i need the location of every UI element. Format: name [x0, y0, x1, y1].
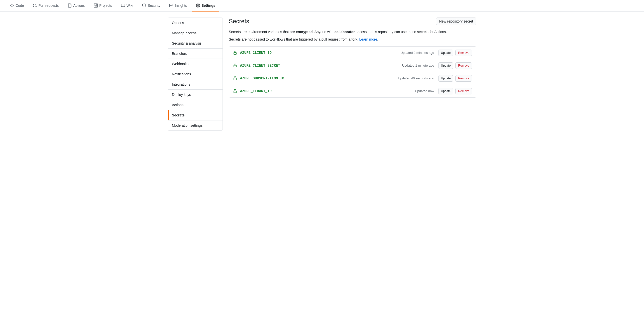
description-line2: Secrets are not passed to workflows that…: [229, 37, 476, 42]
secret-row: AZURE_CLIENT_ID Updated 2 minutes ago Up…: [229, 47, 476, 59]
update-button[interactable]: Update: [438, 75, 454, 82]
sidebar: Options Manage access Security & analysi…: [168, 18, 223, 131]
layout: Options Manage access Security & analysi…: [162, 12, 482, 137]
secret-updated: Updated 2 minutes ago: [400, 51, 434, 55]
nav-item-code[interactable]: Code: [6, 0, 28, 12]
nav-label-actions: Actions: [73, 4, 85, 8]
nav-item-projects[interactable]: Projects: [90, 0, 116, 12]
secret-name: AZURE_TENANT_ID: [240, 89, 415, 93]
nav-item-security[interactable]: Security: [138, 0, 164, 12]
sidebar-item-actions[interactable]: Actions: [168, 100, 223, 110]
secret-updated: Updated now: [415, 89, 434, 93]
sidebar-item-integrations[interactable]: Integrations: [168, 79, 223, 90]
secret-row: AZURE_TENANT_ID Updated now Update Remov…: [229, 85, 476, 97]
update-button[interactable]: Update: [438, 62, 454, 69]
secret-updated: Updated 40 seconds ago: [398, 76, 434, 80]
nav-label-projects: Projects: [99, 4, 112, 8]
remove-button[interactable]: Remove: [455, 50, 472, 56]
nav-label-wiki: Wiki: [127, 4, 133, 8]
nav-item-settings[interactable]: Settings: [192, 0, 219, 12]
secret-updated: Updated 1 minute ago: [402, 64, 434, 67]
lock-icon: [233, 89, 237, 93]
lock-icon: [233, 76, 237, 80]
top-nav: Code Pull requests Actions Projects: [0, 0, 644, 12]
secret-name: AZURE_SUBSCRIPTION_ID: [240, 76, 398, 80]
nav-item-pull-requests[interactable]: Pull requests: [29, 0, 63, 12]
code-icon: [10, 4, 14, 8]
sidebar-item-branches[interactable]: Branches: [168, 49, 223, 59]
nav-item-insights[interactable]: Insights: [165, 0, 191, 12]
remove-button[interactable]: Remove: [455, 62, 472, 69]
sidebar-item-manage-access[interactable]: Manage access: [168, 28, 223, 38]
security-icon: [142, 4, 146, 8]
wiki-icon: [121, 4, 125, 8]
nav-item-actions[interactable]: Actions: [64, 0, 89, 12]
sidebar-item-security-analysis[interactable]: Security & analysis: [168, 38, 223, 49]
update-button[interactable]: Update: [438, 88, 454, 94]
new-repository-secret-button[interactable]: New repository secret: [436, 18, 476, 25]
secret-row: AZURE_CLIENT_SECRET Updated 1 minute ago…: [229, 59, 476, 72]
main-content: Secrets New repository secret Secrets ar…: [229, 18, 476, 131]
remove-button[interactable]: Remove: [455, 75, 472, 82]
pr-icon: [33, 4, 37, 8]
secrets-list: AZURE_CLIENT_ID Updated 2 minutes ago Up…: [229, 46, 476, 98]
secret-row: AZURE_SUBSCRIPTION_ID Updated 40 seconds…: [229, 72, 476, 85]
secret-actions: Update Remove: [438, 88, 472, 94]
lock-icon: [233, 51, 237, 55]
sidebar-item-deploy-keys[interactable]: Deploy keys: [168, 90, 223, 100]
sidebar-item-secrets[interactable]: Secrets: [168, 110, 223, 120]
insights-icon: [169, 4, 173, 8]
projects-icon: [94, 4, 98, 8]
secret-name: AZURE_CLIENT_SECRET: [240, 64, 402, 68]
nav-label-insights: Insights: [175, 4, 187, 8]
secret-actions: Update Remove: [438, 75, 472, 82]
page-title: Secrets: [229, 18, 249, 25]
sidebar-item-moderation-settings[interactable]: Moderation settings: [168, 120, 223, 130]
learn-more-link[interactable]: Learn more: [359, 37, 377, 41]
description-line1: Secrets are environment variables that a…: [229, 29, 476, 35]
update-button[interactable]: Update: [438, 50, 454, 56]
sidebar-item-options[interactable]: Options: [168, 18, 223, 28]
remove-button[interactable]: Remove: [455, 88, 472, 94]
nav-label-settings: Settings: [201, 4, 215, 8]
nav-item-wiki[interactable]: Wiki: [117, 0, 137, 12]
nav-label-pull-requests: Pull requests: [38, 4, 59, 8]
lock-icon: [233, 64, 237, 68]
secret-actions: Update Remove: [438, 50, 472, 56]
sidebar-item-webhooks[interactable]: Webhooks: [168, 59, 223, 69]
secret-actions: Update Remove: [438, 62, 472, 69]
page-header: Secrets New repository secret: [229, 18, 476, 25]
settings-icon: [196, 4, 200, 8]
actions-icon: [68, 4, 72, 8]
nav-label-security: Security: [148, 4, 160, 8]
sidebar-item-notifications[interactable]: Notifications: [168, 69, 223, 79]
nav-label-code: Code: [16, 4, 24, 8]
secret-name: AZURE_CLIENT_ID: [240, 51, 400, 55]
